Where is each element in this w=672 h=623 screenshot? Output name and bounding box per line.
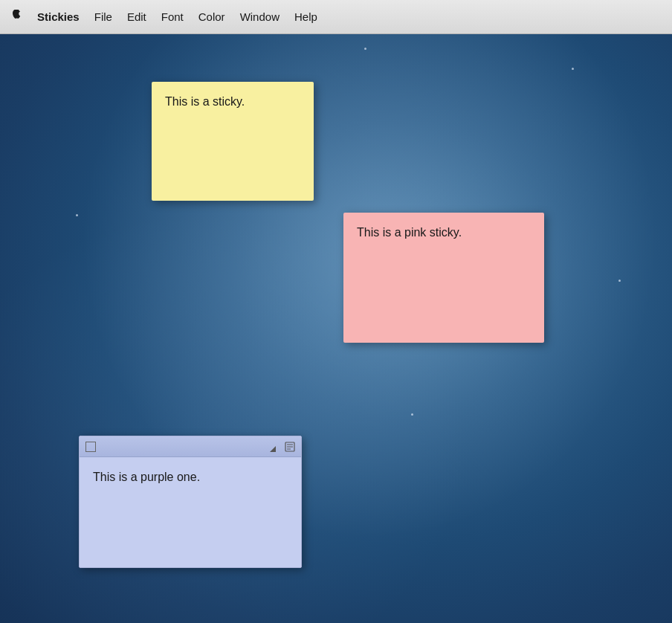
sticky-pink-content: This is a pink sticky.: [343, 213, 544, 253]
desktop-dot: [618, 280, 621, 282]
sticky-purple[interactable]: This is a purple one.: [79, 436, 302, 568]
menu-edit[interactable]: Edit: [120, 7, 154, 26]
sticky-yellow[interactable]: This is a sticky.: [152, 82, 314, 201]
desktop-dot: [364, 48, 366, 50]
collapse-icon[interactable]: [270, 442, 280, 452]
desktop-dot: [572, 68, 574, 70]
titlebar-right: [270, 442, 295, 452]
menu-color[interactable]: Color: [191, 7, 233, 26]
menu-stickies[interactable]: Stickies: [30, 7, 87, 26]
sticky-purple-titlebar: [80, 436, 301, 457]
desktop: This is a sticky. This is a pink sticky.: [0, 34, 672, 623]
menubar: Stickies File Edit Font Color Window Hel…: [0, 0, 672, 34]
menu-font[interactable]: Font: [154, 7, 191, 26]
desktop-dot: [76, 214, 78, 216]
menu-help[interactable]: Help: [287, 7, 325, 26]
sticky-pink[interactable]: This is a pink sticky.: [343, 213, 544, 343]
menu-file[interactable]: File: [87, 7, 120, 26]
note-icon[interactable]: [285, 442, 295, 452]
menu-window[interactable]: Window: [233, 7, 287, 26]
svg-marker-0: [270, 446, 276, 452]
sticky-yellow-content: This is a sticky.: [152, 82, 314, 122]
close-box-icon[interactable]: [85, 442, 96, 452]
sticky-purple-content: This is a purple one.: [80, 457, 301, 497]
desktop-dot: [411, 413, 413, 416]
titlebar-left: [85, 442, 96, 452]
apple-menu[interactable]: [6, 0, 28, 34]
